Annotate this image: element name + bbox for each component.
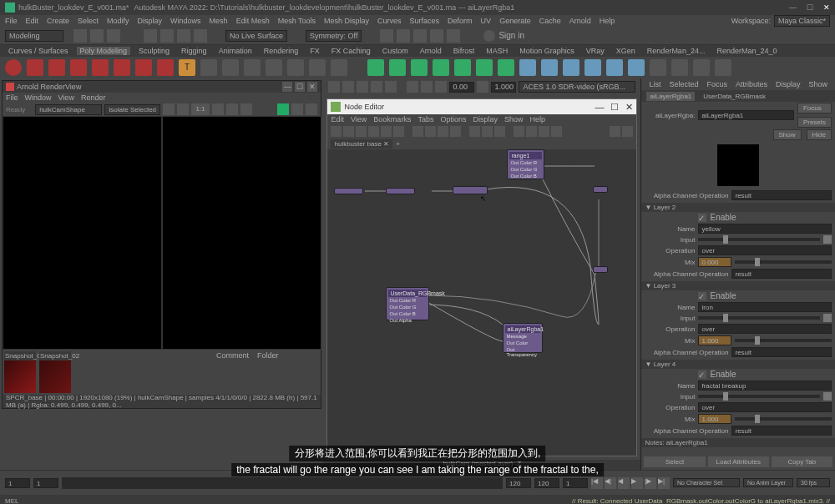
step-fwd-button[interactable]: |▶ bbox=[645, 477, 656, 489]
menu-select[interactable]: Select bbox=[78, 17, 99, 25]
shelf-curves[interactable]: Curves / Surfaces bbox=[5, 47, 72, 55]
soccerball-icon[interactable] bbox=[287, 59, 304, 76]
ae-l4-enable-check[interactable]: ✓ bbox=[698, 370, 706, 379]
tl-current-field[interactable]: 1 bbox=[563, 478, 588, 488]
targetWeld-icon[interactable] bbox=[563, 59, 579, 76]
signin-icon[interactable] bbox=[483, 30, 495, 42]
ae-layer2-header[interactable]: ▼ Layer 2 bbox=[641, 203, 835, 212]
ne-tool-10[interactable] bbox=[450, 126, 461, 137]
menu-uv[interactable]: UV bbox=[481, 17, 492, 25]
ne-tool-4[interactable] bbox=[368, 126, 379, 137]
node-port[interactable]: Out Color B bbox=[388, 310, 427, 317]
multicut-icon[interactable] bbox=[541, 59, 558, 76]
ne-menu-options[interactable]: Options bbox=[440, 115, 466, 123]
ne-menu-display[interactable]: Display bbox=[473, 115, 498, 123]
ae-l4-map-button[interactable] bbox=[823, 392, 832, 401]
play-fwd-button[interactable]: ▶ bbox=[631, 477, 643, 489]
file-tab[interactable]: hulkBuster_lookdev_E_v001.ma* bbox=[18, 3, 129, 12]
quad-draw-icon[interactable] bbox=[606, 59, 623, 76]
step-back-button[interactable]: ◀| bbox=[605, 477, 616, 489]
lightlinks-icon[interactable] bbox=[447, 29, 460, 43]
shelf-custom[interactable]: Custom bbox=[379, 47, 412, 55]
vp-tool-1[interactable] bbox=[328, 81, 340, 93]
addDiv-icon[interactable] bbox=[519, 59, 536, 76]
arnold-titlebar[interactable]: Arnold RenderView — ☐ ✕ bbox=[3, 81, 321, 93]
arnold-close-button[interactable]: ✕ bbox=[307, 82, 317, 92]
arnold-menu-view[interactable]: View bbox=[58, 93, 74, 102]
frame-field[interactable]: 0.00 bbox=[449, 82, 474, 93]
menu-meshtools[interactable]: Mesh Tools bbox=[278, 17, 316, 25]
ae-tab-show[interactable]: Show bbox=[809, 80, 828, 88]
ne-menu-bookmarks[interactable]: Bookmarks bbox=[373, 115, 411, 123]
cylinder-icon[interactable] bbox=[48, 59, 65, 76]
node-port[interactable]: Out Color G bbox=[388, 304, 427, 310]
arnold-tool-2[interactable] bbox=[177, 103, 189, 115]
node-port[interactable]: Out Color B bbox=[509, 173, 542, 179]
smooth-icon[interactable] bbox=[411, 59, 428, 76]
node-place2d[interactable] bbox=[334, 188, 363, 194]
booleans-icon[interactable] bbox=[433, 59, 449, 76]
ae-tab-attrs[interactable]: Attributes bbox=[736, 80, 767, 88]
snap2-icon[interactable] bbox=[177, 29, 190, 43]
arnold-tool-3[interactable] bbox=[212, 103, 224, 115]
ae-layer4-header[interactable]: ▼ Layer 4 bbox=[641, 360, 835, 369]
arnold-tool-4[interactable] bbox=[226, 103, 238, 115]
ae-l2-aco-dropdown[interactable]: result bbox=[731, 269, 832, 279]
ae-l3-mix-field[interactable]: 1.000 bbox=[698, 335, 731, 345]
render-icon[interactable] bbox=[380, 29, 393, 43]
ae-l2-mix-slider[interactable] bbox=[735, 260, 832, 264]
render-view-beauty[interactable] bbox=[3, 116, 162, 350]
snapshot-1[interactable]: Snapshot_01 bbox=[4, 351, 36, 393]
superellipse-icon[interactable] bbox=[222, 59, 239, 76]
ae-select-button[interactable]: Select bbox=[644, 456, 705, 467]
save-icon[interactable] bbox=[73, 29, 87, 43]
ne-tool-14[interactable] bbox=[514, 126, 524, 137]
ne-tool-7[interactable] bbox=[412, 126, 423, 137]
ne-titlebar[interactable]: Node Editor — ☐ ✕ bbox=[327, 99, 636, 114]
nocs-dropdown[interactable]: No Character Set bbox=[673, 478, 740, 487]
ae-l4-mix-slider[interactable] bbox=[735, 417, 832, 421]
arnold-stop-button[interactable] bbox=[291, 103, 303, 115]
ae-l3-map-button[interactable] bbox=[823, 314, 832, 322]
arnold-refresh-button[interactable] bbox=[306, 103, 317, 115]
tl-endrange-field[interactable]: 120 bbox=[506, 478, 531, 488]
ne-max-button[interactable]: ☐ bbox=[610, 102, 619, 113]
colorspace-dropdown[interactable]: ACES 1.0 SDR-video (sRGB... bbox=[519, 81, 635, 93]
ne-menu-view[interactable]: View bbox=[351, 115, 367, 123]
node-ailayer[interactable]: aiLayerRgba1 Message Out Color Out Trans… bbox=[503, 323, 543, 353]
vp-tool-4[interactable] bbox=[371, 81, 382, 93]
ae-l2-enable-check[interactable]: ✓ bbox=[698, 214, 706, 222]
ae-tab-focus[interactable]: Focus bbox=[706, 80, 727, 88]
maximize-button[interactable]: ☐ bbox=[807, 3, 813, 12]
hypershade-icon[interactable] bbox=[430, 29, 443, 43]
vp-tool-9[interactable] bbox=[477, 81, 488, 93]
ae-swatch[interactable] bbox=[717, 144, 759, 186]
live-surface-dropdown[interactable]: No Live Surface bbox=[225, 30, 287, 42]
ne-tab-hulkbuster[interactable]: hulkbuster base ✕ bbox=[331, 139, 392, 149]
ae-load-button[interactable]: Load Attributes bbox=[708, 456, 769, 467]
arnold-max-button[interactable]: ☐ bbox=[295, 82, 305, 92]
ne-tool-3[interactable] bbox=[356, 126, 367, 137]
ne-menu-help[interactable]: Help bbox=[529, 115, 545, 123]
ne-tool-9[interactable] bbox=[438, 126, 448, 137]
shelf-mg[interactable]: Motion Graphics bbox=[516, 47, 578, 55]
helix-icon[interactable] bbox=[266, 59, 282, 76]
ae-l3-op-dropdown[interactable]: over bbox=[698, 324, 832, 334]
node-spcr[interactable] bbox=[593, 186, 608, 193]
ae-l2-name-field[interactable]: yellow bbox=[698, 224, 832, 234]
shelf-rman2[interactable]: RenderMan_24_0 bbox=[713, 47, 780, 55]
menu-modify[interactable]: Modify bbox=[107, 17, 129, 25]
menu-cache[interactable]: Cache bbox=[539, 17, 561, 25]
signin-label[interactable]: Sign in bbox=[498, 31, 524, 40]
shelf-sculpt[interactable]: Sculpting bbox=[135, 47, 173, 55]
node-port[interactable]: Out Color R bbox=[388, 297, 427, 304]
ae-l3-aco-dropdown[interactable]: result bbox=[731, 347, 832, 357]
symmetry-dropdown[interactable]: Symmetry: Off bbox=[306, 30, 362, 42]
node-port[interactable]: Out Color G bbox=[509, 166, 542, 173]
torus-icon[interactable] bbox=[92, 59, 109, 76]
ae-presets-button[interactable]: Presets bbox=[797, 117, 832, 128]
ae-tab-selected[interactable]: Selected bbox=[669, 80, 698, 88]
menu-edit[interactable]: Edit bbox=[26, 17, 39, 25]
connect-icon[interactable] bbox=[584, 59, 601, 76]
menu-help[interactable]: Help bbox=[600, 17, 615, 25]
